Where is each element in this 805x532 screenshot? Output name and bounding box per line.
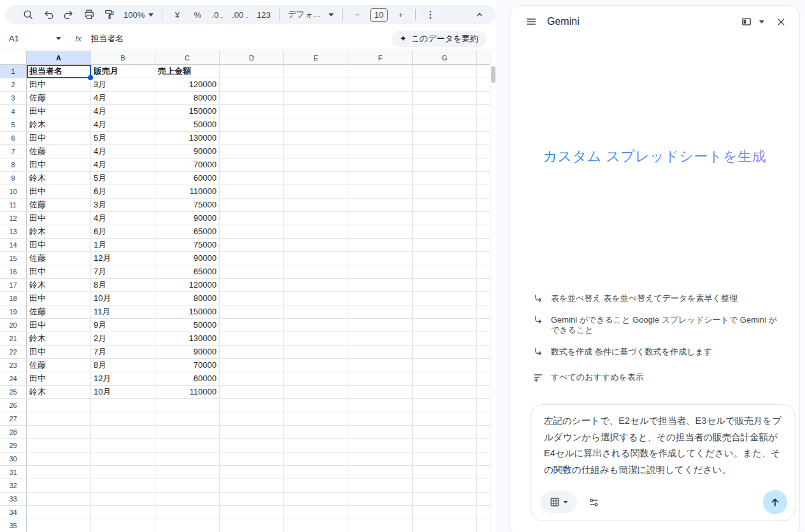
cell-G20[interactable]	[413, 319, 477, 332]
cell-F11[interactable]	[348, 199, 413, 212]
cell-partial-33[interactable]	[477, 493, 490, 506]
cell-G5[interactable]	[413, 118, 477, 132]
cell-C29[interactable]	[155, 439, 220, 452]
summarize-data-button[interactable]: ✦ このデータを要約	[392, 31, 487, 47]
cell-F29[interactable]	[348, 439, 413, 452]
cell-D25[interactable]	[220, 386, 284, 399]
menu-icon[interactable]	[525, 16, 537, 27]
cell-G32[interactable]	[413, 479, 477, 493]
row-header-18[interactable]: 18	[0, 292, 27, 305]
cell-B28[interactable]	[91, 426, 155, 439]
cell-B25[interactable]: 10月	[91, 386, 155, 399]
cell-partial-20[interactable]	[477, 319, 490, 332]
cell-B12[interactable]: 4月	[91, 212, 155, 225]
row-header-15[interactable]: 15	[0, 252, 27, 265]
cell-E5[interactable]	[284, 118, 348, 132]
format-currency-button[interactable]: ¥	[169, 6, 185, 23]
cell-C34[interactable]	[155, 506, 220, 519]
cell-D2[interactable]	[220, 78, 284, 92]
format-percent-button[interactable]: %	[190, 6, 205, 23]
increase-decimal-button[interactable]: .00→	[231, 6, 250, 23]
cell-E13[interactable]	[284, 225, 348, 239]
cell-B22[interactable]: 7月	[91, 346, 155, 359]
row-header-14[interactable]: 14	[0, 239, 27, 252]
cell-A26[interactable]	[27, 399, 91, 412]
cell-E21[interactable]	[284, 332, 348, 346]
close-icon[interactable]	[776, 17, 787, 27]
cell-A30[interactable]	[27, 452, 91, 466]
cell-B30[interactable]	[91, 452, 155, 466]
cell-G15[interactable]	[413, 252, 477, 265]
cell-B7[interactable]: 4月	[91, 145, 155, 158]
row-header-30[interactable]: 30	[0, 452, 27, 466]
cell-A29[interactable]	[27, 439, 91, 452]
cell-D26[interactable]	[220, 399, 284, 412]
cell-G29[interactable]	[413, 439, 477, 452]
row-header-2[interactable]: 2	[0, 78, 27, 92]
column-header-E[interactable]: E	[284, 51, 348, 65]
cell-C19[interactable]: 150000	[155, 305, 220, 319]
cell-B27[interactable]	[91, 412, 155, 426]
cell-partial-4[interactable]	[477, 105, 490, 118]
cell-C21[interactable]: 130000	[155, 332, 220, 346]
search-icon[interactable]	[20, 6, 36, 23]
cell-B24[interactable]: 12月	[91, 372, 155, 386]
cell-A15[interactable]: 佐藤	[27, 252, 91, 265]
cell-C11[interactable]: 75000	[155, 199, 220, 212]
cell-A21[interactable]: 鈴木	[27, 332, 91, 346]
cell-A9[interactable]: 鈴木	[27, 172, 91, 185]
cell-F33[interactable]	[348, 493, 413, 506]
cell-C31[interactable]	[155, 466, 220, 479]
row-header-33[interactable]: 33	[0, 493, 27, 506]
cell-E3[interactable]	[284, 92, 348, 105]
cell-C14[interactable]: 75000	[155, 239, 220, 252]
cell-G18[interactable]	[413, 292, 477, 305]
cell-partial-16[interactable]	[477, 265, 490, 279]
cell-A18[interactable]: 田中	[27, 292, 91, 305]
cell-E31[interactable]	[284, 466, 348, 479]
cell-F23[interactable]	[348, 359, 413, 372]
cell-E16[interactable]	[284, 265, 348, 279]
row-header-1[interactable]: 1	[0, 65, 27, 78]
cell-G21[interactable]	[413, 332, 477, 346]
cell-D32[interactable]	[220, 479, 284, 493]
cell-G22[interactable]	[413, 346, 477, 359]
cell-partial-34[interactable]	[477, 506, 490, 519]
cell-A1[interactable]: 担当者名	[27, 65, 91, 78]
print-icon[interactable]	[82, 6, 97, 23]
font-select[interactable]: デフォ...	[287, 6, 335, 23]
paint-format-icon[interactable]	[102, 6, 117, 23]
font-size-input[interactable]: 10	[370, 8, 388, 22]
row-header-5[interactable]: 5	[0, 118, 27, 132]
cell-partial-28[interactable]	[477, 426, 490, 439]
cell-A2[interactable]: 田中	[27, 78, 91, 92]
cell-partial-14[interactable]	[477, 239, 490, 252]
tune-icon[interactable]	[588, 497, 599, 508]
cell-B29[interactable]	[91, 439, 155, 452]
cell-D7[interactable]	[220, 145, 284, 158]
cell-E28[interactable]	[284, 426, 348, 439]
cell-G8[interactable]	[413, 158, 477, 172]
cell-A8[interactable]: 田中	[27, 158, 91, 172]
cell-A12[interactable]: 田中	[27, 212, 91, 225]
row-header-26[interactable]: 26	[0, 399, 27, 412]
cell-F13[interactable]	[348, 225, 413, 239]
cell-G3[interactable]	[413, 92, 477, 105]
cell-C35[interactable]	[155, 519, 220, 532]
cell-E7[interactable]	[284, 145, 348, 158]
cell-B15[interactable]: 12月	[91, 252, 155, 265]
cell-A11[interactable]: 佐藤	[27, 199, 91, 212]
cell-D31[interactable]	[220, 466, 284, 479]
cell-F21[interactable]	[348, 332, 413, 346]
cell-partial-32[interactable]	[477, 479, 490, 493]
row-header-22[interactable]: 22	[0, 346, 27, 359]
column-header-F[interactable]: F	[348, 51, 413, 65]
row-header-7[interactable]: 7	[0, 145, 27, 158]
cell-D1[interactable]	[220, 65, 284, 78]
cell-B23[interactable]: 8月	[91, 359, 155, 372]
cell-A25[interactable]: 鈴木	[27, 386, 91, 399]
insert-table-button[interactable]	[540, 491, 577, 513]
cell-B5[interactable]: 4月	[91, 118, 155, 132]
column-header-A[interactable]: A	[27, 51, 91, 65]
row-header-20[interactable]: 20	[0, 319, 27, 332]
